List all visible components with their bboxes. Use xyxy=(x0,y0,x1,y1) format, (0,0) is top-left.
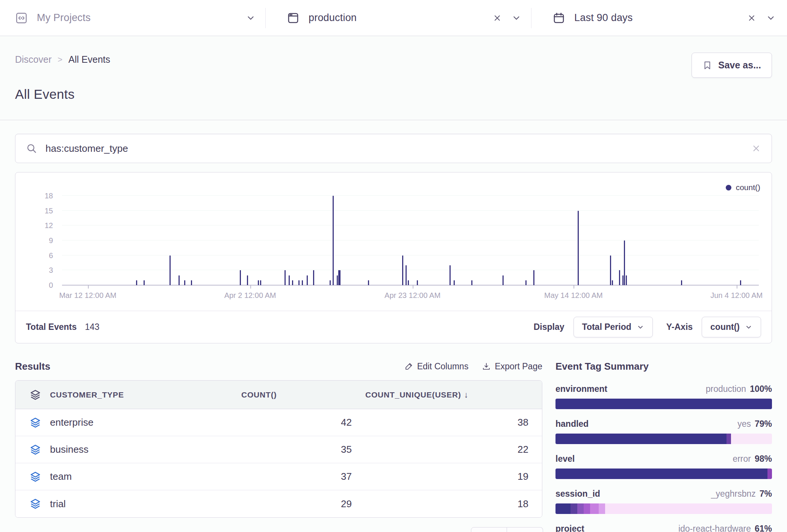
count-link[interactable]: 29 xyxy=(241,490,365,517)
x-axis-tick-label: Mar 12 12:00 AM xyxy=(59,291,116,300)
chart-bar[interactable] xyxy=(417,280,418,285)
search-bar[interactable] xyxy=(15,134,772,163)
row-layers-icon-cell[interactable] xyxy=(15,436,50,463)
search-input[interactable] xyxy=(45,143,743,154)
tag-bar-segment[interactable] xyxy=(555,503,571,514)
chart-bar[interactable] xyxy=(285,270,286,285)
chart-bar[interactable] xyxy=(626,275,627,285)
tag-distribution-bar[interactable] xyxy=(555,469,772,479)
tag-bar-segment[interactable] xyxy=(590,503,599,514)
chart-bar[interactable] xyxy=(612,280,613,285)
chart-bar[interactable] xyxy=(610,255,611,285)
date-range-selector[interactable]: Last 90 days xyxy=(531,0,787,36)
chart-bar[interactable] xyxy=(330,280,331,285)
tag-bar-segment[interactable] xyxy=(555,434,726,444)
chart-bar[interactable] xyxy=(402,255,403,285)
chart-bar[interactable] xyxy=(258,280,259,285)
chart-bar[interactable] xyxy=(302,280,303,285)
chevron-down-icon[interactable] xyxy=(766,13,776,23)
tag-name[interactable]: environment xyxy=(555,384,607,394)
chart-bar[interactable] xyxy=(191,280,192,285)
chart-bar[interactable] xyxy=(313,270,314,285)
count-unique-user-link[interactable]: 18 xyxy=(365,490,542,517)
chart-bar[interactable] xyxy=(578,211,579,285)
tag-distribution-bar[interactable] xyxy=(555,434,772,444)
chart-bar[interactable] xyxy=(339,270,341,285)
chart-bar[interactable] xyxy=(247,275,248,285)
chart-bar[interactable] xyxy=(260,280,261,285)
chevron-down-icon[interactable] xyxy=(246,13,256,23)
project-selector[interactable]: My Projects xyxy=(0,0,265,36)
tag-bar-segment[interactable] xyxy=(584,503,590,514)
chart-bar[interactable] xyxy=(136,280,137,285)
chart-bar[interactable] xyxy=(502,275,504,285)
chart-bar[interactable] xyxy=(525,280,527,285)
display-dropdown[interactable]: Total Period xyxy=(574,317,653,337)
chart-bar[interactable] xyxy=(406,265,407,285)
chart-bar[interactable] xyxy=(184,280,185,285)
tag-distribution-bar[interactable] xyxy=(555,399,772,409)
chart-bar[interactable] xyxy=(622,275,624,285)
clear-environment-icon[interactable] xyxy=(493,14,502,23)
row-layers-icon-cell[interactable] xyxy=(15,409,50,436)
chart-bar[interactable] xyxy=(170,255,171,285)
chart-bar[interactable] xyxy=(408,280,409,285)
clear-search-icon[interactable] xyxy=(751,144,761,153)
tag-name[interactable]: handled xyxy=(555,419,589,429)
chart-bar[interactable] xyxy=(240,270,241,285)
chart-bar[interactable] xyxy=(289,275,290,285)
clear-daterange-icon[interactable] xyxy=(747,14,756,23)
chart-bar[interactable] xyxy=(449,265,451,285)
tag-bar-segment[interactable] xyxy=(599,503,605,514)
column-header-count[interactable]: COUNT() xyxy=(241,381,365,409)
tag-bar-segment[interactable] xyxy=(571,503,577,514)
chart-bar[interactable] xyxy=(307,275,308,285)
chart-bar[interactable] xyxy=(454,280,455,285)
tag-bar-segment[interactable] xyxy=(555,399,772,409)
tag-bar-segment[interactable] xyxy=(555,469,767,479)
chart-plot[interactable]: 0369121518Mar 12 12:00 AMApr 2 12:00 AMA… xyxy=(62,183,759,285)
edit-columns-button[interactable]: Edit Columns xyxy=(404,361,469,372)
column-header-customer_type[interactable]: CUSTOMER_TYPE xyxy=(50,381,241,409)
chart-bar[interactable] xyxy=(298,280,300,285)
chart-bar[interactable] xyxy=(368,280,369,285)
tag-bar-segment[interactable] xyxy=(731,434,772,444)
chart-bar[interactable] xyxy=(740,280,741,285)
count-unique-user-link[interactable]: 38 xyxy=(365,409,542,436)
breadcrumb-discover[interactable]: Discover xyxy=(15,54,51,65)
pagination-prev-button[interactable] xyxy=(471,527,507,532)
chart-bar[interactable] xyxy=(144,280,145,285)
chart-bar[interactable] xyxy=(292,280,293,285)
tag-distribution-bar[interactable] xyxy=(555,503,772,514)
tag-name[interactable]: level xyxy=(555,454,575,464)
chevron-down-icon[interactable] xyxy=(512,13,521,23)
chart-bar[interactable] xyxy=(533,270,534,285)
tag-bar-segment[interactable] xyxy=(767,469,772,479)
chart-bar[interactable] xyxy=(471,280,472,285)
chart-bar[interactable] xyxy=(681,280,682,285)
chart-bar[interactable] xyxy=(619,270,620,285)
export-page-button[interactable]: Export Page xyxy=(482,361,542,372)
tag-name[interactable]: session_id xyxy=(555,489,600,499)
chart-bar[interactable] xyxy=(337,275,338,285)
row-layers-icon-cell[interactable] xyxy=(15,463,50,490)
tag-bar-segment[interactable] xyxy=(577,503,584,514)
count-link[interactable]: 35 xyxy=(241,436,365,463)
save-as-button[interactable]: Save as... xyxy=(692,53,772,78)
count-unique-user-link[interactable]: 19 xyxy=(365,463,542,490)
column-header-count_uniqueuser[interactable]: COUNT_UNIQUE(USER)↓ xyxy=(365,381,542,409)
tag-name[interactable]: project xyxy=(555,524,584,532)
count-link[interactable]: 42 xyxy=(241,409,365,436)
count-link[interactable]: 37 xyxy=(241,463,365,490)
tag-bar-segment[interactable] xyxy=(726,434,731,444)
environment-selector[interactable]: production xyxy=(266,0,531,36)
chart-bar[interactable] xyxy=(179,275,180,285)
chart-bar[interactable] xyxy=(333,196,334,285)
yaxis-dropdown[interactable]: count() xyxy=(702,317,761,337)
chart-bar[interactable] xyxy=(624,240,625,285)
row-layers-icon-cell[interactable] xyxy=(15,490,50,517)
chart-bar[interactable] xyxy=(338,270,339,285)
count-unique-user-link[interactable]: 22 xyxy=(365,436,542,463)
pagination-next-button[interactable] xyxy=(507,527,543,532)
tag-bar-segment[interactable] xyxy=(605,503,772,514)
